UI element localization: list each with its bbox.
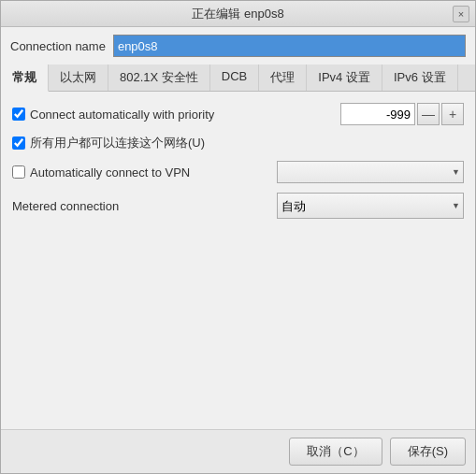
connect-auto-label[interactable]: Connect automatically with priority: [12, 108, 214, 122]
priority-row: Connect automatically with priority — +: [12, 103, 464, 125]
metered-label: Metered connection: [12, 199, 119, 213]
metered-row: Metered connection 自动 是 否: [12, 193, 464, 219]
vpn-checkbox[interactable]: [12, 165, 25, 179]
priority-controls: — +: [340, 103, 464, 125]
vpn-left: Automatically connect to VPN: [12, 165, 190, 180]
tab-proxy[interactable]: 代理: [259, 65, 307, 91]
connection-name-row: Connection name: [1, 27, 475, 65]
priority-minus-button[interactable]: —: [417, 103, 440, 125]
footer: 取消（C） 保存(S): [1, 429, 475, 473]
all-users-checkbox[interactable]: [12, 136, 25, 150]
titlebar: 正在编辑 enp0s8 ×: [1, 1, 475, 27]
tabs-bar: 常规 以太网 802.1X 安全性 DCB 代理 IPv4 设置 IPv6 设置: [1, 65, 475, 92]
connection-name-input[interactable]: [113, 35, 466, 57]
window-title: 正在编辑 enp0s8: [192, 6, 283, 22]
metered-select-wrapper: 自动 是 否: [277, 193, 464, 219]
metered-select[interactable]: 自动 是 否: [277, 193, 464, 219]
priority-plus-button[interactable]: +: [441, 103, 464, 125]
vpn-inner-row: Automatically connect to VPN: [12, 161, 464, 183]
connect-auto-row: Connect automatically with priority — +: [12, 103, 464, 125]
vpn-row: Automatically connect to VPN: [12, 161, 464, 183]
cancel-button[interactable]: 取消（C）: [289, 438, 382, 466]
tab-ipv4[interactable]: IPv4 设置: [307, 65, 382, 91]
connect-auto-left: Connect automatically with priority: [12, 108, 214, 122]
vpn-select-wrapper: [277, 161, 464, 183]
connect-auto-checkbox[interactable]: [12, 108, 25, 121]
priority-input[interactable]: [340, 103, 415, 125]
save-button[interactable]: 保存(S): [390, 438, 466, 466]
vpn-label[interactable]: Automatically connect to VPN: [12, 165, 190, 180]
vpn-select[interactable]: [277, 161, 464, 183]
close-button[interactable]: ×: [453, 6, 469, 22]
tab-ipv6[interactable]: IPv6 设置: [382, 65, 458, 91]
all-users-label[interactable]: 所有用户都可以连接这个网络(U): [12, 135, 205, 151]
all-users-row: 所有用户都可以连接这个网络(U): [12, 135, 464, 151]
tab-security[interactable]: 802.1X 安全性: [108, 65, 210, 91]
tab-dcb[interactable]: DCB: [210, 65, 259, 91]
main-window: 正在编辑 enp0s8 × Connection name 常规 以太网 802…: [0, 0, 476, 474]
connection-name-label: Connection name: [10, 39, 106, 53]
tab-ethernet[interactable]: 以太网: [49, 65, 108, 91]
tab-content: Connect automatically with priority — + …: [1, 92, 475, 429]
tab-general[interactable]: 常规: [1, 65, 49, 92]
